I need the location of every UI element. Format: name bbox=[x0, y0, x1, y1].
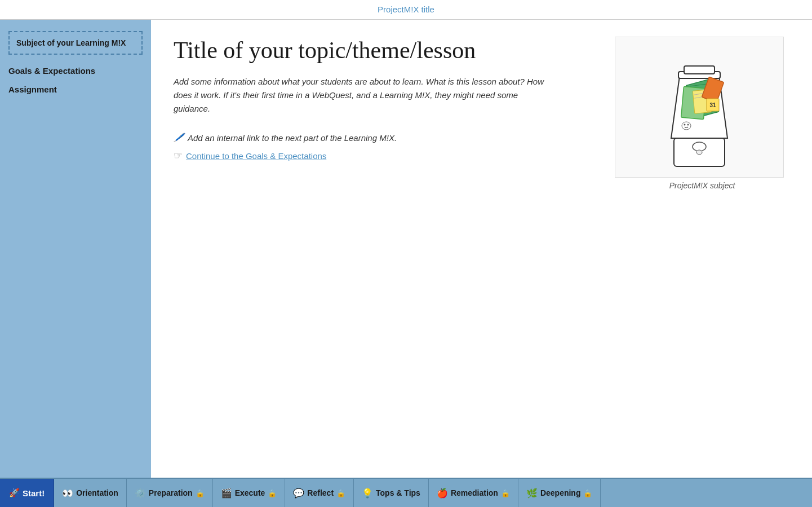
content-area: 31 ProjectM!X subject Title of your topi… bbox=[151, 20, 812, 478]
remediation-lock-icon: 🔒 bbox=[501, 489, 510, 497]
bottom-item-remediation[interactable]: 🍎 Remediation 🔒 bbox=[429, 479, 518, 507]
intro-text: Add some information about what your stu… bbox=[174, 75, 557, 116]
sidebar-item-assignment[interactable]: Assignment bbox=[8, 85, 143, 94]
remediation-label: Remediation bbox=[451, 488, 498, 497]
svg-text:31: 31 bbox=[709, 102, 716, 108]
continue-link[interactable]: Continue to the Goals & Expectations bbox=[186, 151, 326, 161]
start-label: Start! bbox=[23, 488, 45, 498]
bottom-item-execute[interactable]: 🎬 Execute 🔒 bbox=[213, 479, 286, 507]
remediation-icon: 🍎 bbox=[437, 488, 448, 499]
sidebar: Subject of your Learning M!X Goals & Exp… bbox=[0, 20, 151, 478]
reflect-icon: 💬 bbox=[293, 488, 304, 499]
blender-image: 31 bbox=[615, 37, 784, 178]
deepening-label: Deepening bbox=[540, 488, 581, 497]
bottom-item-orientation[interactable]: 👀 Orientation bbox=[54, 479, 127, 507]
image-caption: ProjectM!X subject bbox=[615, 181, 789, 190]
svg-rect-4 bbox=[684, 66, 715, 74]
internal-link-note-text: Add an internal link to the next part of… bbox=[188, 133, 397, 143]
svg-point-14 bbox=[682, 122, 691, 130]
sidebar-item-goals[interactable]: Goals & Expectations bbox=[8, 66, 143, 76]
tops-tips-icon: 💡 bbox=[362, 488, 373, 499]
execute-icon: 🎬 bbox=[221, 488, 232, 499]
sidebar-subject-box[interactable]: Subject of your Learning M!X bbox=[8, 31, 143, 55]
reflect-lock-icon: 🔒 bbox=[336, 489, 345, 497]
bottom-item-preparation[interactable]: ⚙️ Preparation 🔒 bbox=[127, 479, 213, 507]
orientation-icon: 👀 bbox=[62, 488, 73, 499]
arrow-icon: ☞ bbox=[174, 149, 183, 162]
svg-point-16 bbox=[687, 124, 689, 126]
reflect-label: Reflect bbox=[307, 488, 334, 497]
header-title[interactable]: ProjectM!X title bbox=[378, 5, 434, 14]
tops-tips-label: Tops & Tips bbox=[376, 488, 420, 497]
bottom-bar: 🚀 Start! 👀 Orientation ⚙️ Preparation 🔒 … bbox=[0, 478, 812, 507]
orientation-label: Orientation bbox=[76, 488, 118, 497]
deepening-icon: 🌿 bbox=[526, 488, 538, 499]
bottom-item-reflect[interactable]: 💬 Reflect 🔒 bbox=[285, 479, 354, 507]
note-icon: 🖊️ bbox=[174, 133, 184, 143]
main-container: Subject of your Learning M!X Goals & Exp… bbox=[0, 20, 812, 478]
preparation-label: Preparation bbox=[149, 488, 193, 497]
image-container: 31 ProjectM!X subject bbox=[615, 37, 789, 190]
header: ProjectM!X title bbox=[0, 0, 812, 20]
sidebar-subject-label: Subject of your Learning M!X bbox=[16, 38, 126, 47]
preparation-icon: ⚙️ bbox=[135, 488, 146, 499]
svg-point-15 bbox=[684, 124, 686, 126]
svg-point-2 bbox=[696, 150, 702, 155]
execute-label: Execute bbox=[235, 488, 265, 497]
deepening-lock-icon: 🔒 bbox=[583, 489, 592, 497]
preparation-lock-icon: 🔒 bbox=[196, 489, 205, 497]
bottom-item-tops-tips[interactable]: 💡 Tops & Tips bbox=[354, 479, 429, 507]
start-button[interactable]: 🚀 Start! bbox=[0, 479, 54, 507]
blender-svg: 31 bbox=[623, 42, 775, 172]
bottom-item-deepening[interactable]: 🌿 Deepening 🔒 bbox=[518, 479, 601, 507]
start-emoji: 🚀 bbox=[9, 488, 20, 498]
execute-lock-icon: 🔒 bbox=[268, 489, 277, 497]
